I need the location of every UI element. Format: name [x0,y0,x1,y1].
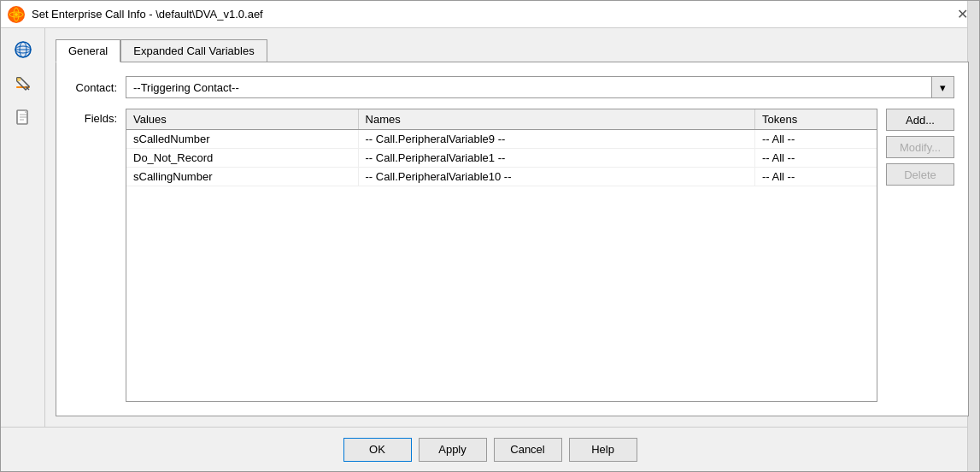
contact-select-wrapper[interactable]: --Triggering Contact-- ▾ [126,76,954,98]
window-title: Set Enterprise Call Info - \default\DVA_… [32,8,263,21]
cell-name: -- Call.PeripheralVariable9 -- [358,130,754,149]
cell-name: -- Call.PeripheralVariable1 -- [358,149,754,168]
content-area: General Expanded Call Variables Contact:… [45,28,979,427]
right-strip [967,28,979,427]
modify-button[interactable]: Modify... [886,136,954,158]
sidebar-document-icon[interactable] [9,103,38,133]
tab-general[interactable]: General [56,39,120,62]
fields-table-body: sCalledNumber-- Call.PeripheralVariable9… [126,130,877,186]
main-content: General Expanded Call Variables Contact:… [1,28,979,427]
tab-bar: General Expanded Call Variables [56,38,969,62]
main-window: Set Enterprise Call Info - \default\DVA_… [0,0,980,472]
table-row[interactable]: sCalledNumber-- Call.PeripheralVariable9… [126,130,877,149]
contact-select-text: --Triggering Contact-- [126,81,931,94]
delete-button[interactable]: Delete [886,163,954,186]
table-row[interactable]: Do_Not_Record-- Call.PeripheralVariable1… [126,149,877,168]
action-buttons: Add... Modify... Delete [886,109,954,402]
cell-name: -- Call.PeripheralVariable10 -- [358,168,754,186]
general-panel: Contact: --Triggering Contact-- ▾ Fields… [56,62,969,416]
fields-table-header: Values Names Tokens [126,109,877,130]
contact-dropdown-arrow[interactable]: ▾ [931,77,954,97]
table-row[interactable]: sCallingNumber-- Call.PeripheralVariable… [126,168,877,186]
cell-token: -- All -- [754,168,877,186]
tab-expanded-call-variables[interactable]: Expanded Call Variables [120,39,267,62]
help-button[interactable]: Help [569,438,637,462]
app-icon [8,6,25,23]
col-values: Values [126,109,358,130]
bottom-bar: OK Apply Cancel Help [1,427,979,471]
title-bar-left: Set Enterprise Call Info - \default\DVA_… [8,6,263,23]
cell-value: Do_Not_Record [126,149,358,168]
contact-label: Contact: [70,81,117,94]
sidebar-globe-icon[interactable] [9,35,38,64]
fields-table: Values Names Tokens sCalledNumber-- Call… [126,109,877,186]
fields-row: Fields: Values Names Tokens [70,109,954,402]
add-button[interactable]: Add... [886,109,954,131]
cell-token: -- All -- [754,130,877,149]
sidebar-pencil-icon[interactable] [9,69,38,98]
sidebar [1,28,45,427]
col-names: Names [358,109,754,130]
fields-label: Fields: [70,109,117,402]
svg-point-8 [15,42,31,57]
fields-table-container: Values Names Tokens sCalledNumber-- Call… [126,109,877,402]
contact-row: Contact: --Triggering Contact-- ▾ [70,76,954,98]
svg-point-3 [15,13,18,16]
cell-value: sCallingNumber [126,168,358,186]
cell-token: -- All -- [754,149,877,168]
cell-value: sCalledNumber [126,130,358,149]
col-tokens: Tokens [754,109,877,130]
ok-button[interactable]: OK [343,438,412,462]
title-bar: Set Enterprise Call Info - \default\DVA_… [1,1,979,28]
cancel-button[interactable]: Cancel [494,438,562,462]
svg-marker-13 [17,78,21,81]
apply-button[interactable]: Apply [419,438,487,462]
